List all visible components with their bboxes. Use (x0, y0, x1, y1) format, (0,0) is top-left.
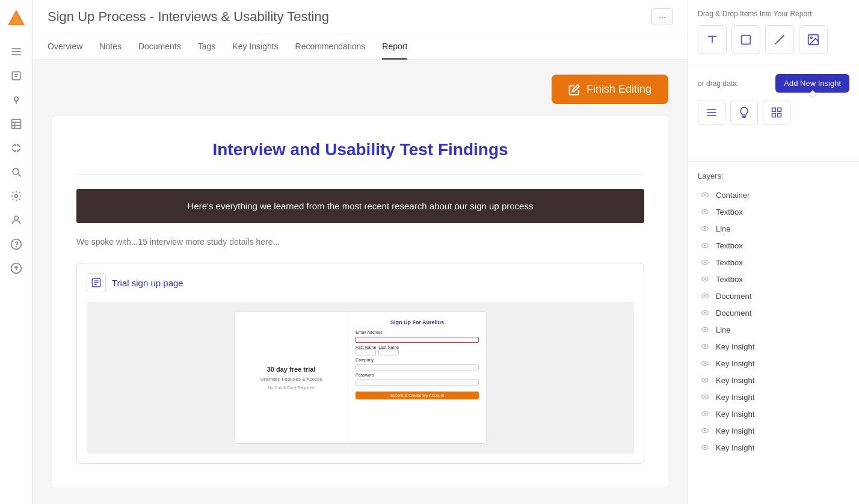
main-area: Sign Up Process - Interviews & Usability… (33, 0, 688, 504)
nav-tabs: Overview Notes Documents Tags Key Insigh… (33, 34, 688, 60)
layer-item-document-1[interactable]: Document (698, 287, 849, 304)
signup-mockup: 30 day free trial Unlimited Features & A… (234, 312, 487, 444)
layer-name-container: Container (716, 191, 750, 200)
layer-item-key-insight-7[interactable]: Key Insight (698, 439, 849, 456)
mockup-lastname-label: Last Name (378, 345, 399, 349)
tool-insight-button[interactable] (730, 100, 758, 125)
svg-rect-39 (772, 114, 776, 117)
tab-documents[interactable]: Documents (138, 34, 181, 60)
more-options-button[interactable]: ··· (651, 8, 673, 25)
header: Sign Up Process - Interviews & Usability… (33, 0, 688, 34)
sidebar-settings-icon[interactable] (5, 185, 27, 207)
mockup-firstname-field (356, 349, 376, 355)
layer-name-document-2: Document (716, 309, 751, 318)
doc-screenshot: 30 day free trial Unlimited Features & A… (87, 302, 634, 453)
svg-point-52 (704, 278, 706, 280)
layer-item-key-insight-6[interactable]: Key Insight (698, 422, 849, 439)
layer-eye-line-1 (700, 224, 710, 233)
tool-text-button[interactable] (698, 25, 727, 54)
layers-section: Layers: ContainerTextboxLineTextboxTextb… (688, 162, 859, 504)
tab-notes[interactable]: Notes (99, 34, 122, 60)
layer-name-textbox-4: Textbox (716, 275, 743, 284)
document-card: Trial sign up page 30 day free trial Unl… (76, 263, 644, 464)
mockup-firstname-label: First Name (356, 345, 376, 349)
layer-eye-textbox-4 (700, 274, 710, 284)
layer-name-textbox-2: Textbox (716, 241, 743, 250)
doc-icon (87, 273, 106, 292)
tab-key-insights[interactable]: Key Insights (232, 34, 278, 60)
drag-drop-label: Drag & Drop Items Into Your Report: (698, 10, 849, 18)
sidebar-help-icon[interactable] (5, 233, 27, 255)
finish-editing-button[interactable]: Finish Editing (552, 75, 668, 104)
layer-item-line-2[interactable]: Line (698, 321, 849, 338)
sidebar-table-icon[interactable] (5, 113, 27, 135)
tab-tags[interactable]: Tags (198, 34, 216, 60)
tool-chart-button[interactable] (763, 100, 790, 125)
layer-eye-key-insight-7 (700, 443, 710, 452)
layer-item-key-insight-5[interactable]: Key Insight (698, 405, 849, 422)
layer-eye-key-insight-4 (700, 392, 710, 402)
mockup-lastname-field (378, 349, 399, 355)
layer-item-container[interactable]: Container (698, 186, 849, 203)
layer-name-key-insight-6: Key Insight (716, 426, 754, 435)
layer-item-line-1[interactable]: Line (698, 220, 849, 237)
layer-name-key-insight-2: Key Insight (716, 359, 754, 368)
layer-item-key-insight-3[interactable]: Key Insight (698, 372, 849, 389)
layer-item-document-2[interactable]: Document (698, 304, 849, 321)
svg-point-58 (704, 329, 706, 331)
report-container: Interview and Usability Test Findings He… (52, 116, 668, 488)
mockup-password-label: Password (356, 373, 479, 377)
layer-name-key-insight-7: Key Insight (716, 443, 754, 452)
svg-point-62 (704, 363, 706, 364)
layer-item-textbox-4[interactable]: Textbox (698, 271, 849, 287)
layer-eye-textbox-1 (700, 207, 710, 217)
layer-item-key-insight-1[interactable]: Key Insight (698, 338, 849, 355)
sidebar-insights-icon[interactable] (5, 89, 27, 111)
mockup-email-label: Email Address (356, 330, 479, 334)
mockup-company-field (356, 364, 479, 370)
layer-item-key-insight-4[interactable]: Key Insight (698, 389, 849, 405)
layer-eye-key-insight-5 (700, 409, 710, 419)
sidebar-person-icon[interactable] (5, 209, 27, 231)
sidebar-notes-icon[interactable] (5, 65, 27, 87)
layer-item-textbox-1[interactable]: Textbox (698, 203, 849, 220)
layer-eye-textbox-3 (700, 257, 710, 267)
tab-overview[interactable]: Overview (48, 34, 82, 60)
tool-shape-button[interactable] (731, 25, 760, 54)
page-title: Sign Up Process - Interviews & Usability… (48, 9, 644, 25)
tool-image-button[interactable] (799, 25, 828, 54)
toolbar-row2 (698, 100, 849, 125)
app-logo[interactable] (5, 7, 27, 29)
svg-point-16 (15, 195, 18, 198)
svg-rect-40 (778, 114, 781, 117)
svg-point-14 (13, 168, 19, 174)
sidebar-export-icon[interactable] (5, 257, 27, 279)
mockup-form-title: Sign Up For Aurelius (356, 319, 479, 325)
layer-name-key-insight-1: Key Insight (716, 342, 754, 351)
left-sidebar (0, 0, 33, 504)
sidebar-search-icon[interactable] (5, 161, 27, 183)
tool-line-button[interactable] (765, 25, 794, 54)
svg-point-42 (704, 194, 706, 196)
tool-list-button[interactable] (698, 100, 725, 125)
layer-name-document-1: Document (716, 292, 751, 301)
mockup-trial-features: Unlimited Features & Access (260, 376, 322, 382)
drag-data-section: or drag data: Add New Insight (688, 64, 859, 162)
sidebar-arrows-icon[interactable] (5, 137, 27, 159)
layer-item-textbox-2[interactable]: Textbox (698, 237, 849, 254)
layer-item-textbox-3[interactable]: Textbox (698, 254, 849, 271)
svg-rect-10 (12, 120, 21, 129)
layer-name-key-insight-4: Key Insight (716, 393, 754, 402)
doc-card-header: Trial sign up page (87, 273, 634, 292)
tab-report[interactable]: Report (382, 34, 407, 60)
svg-point-64 (704, 380, 706, 381)
svg-point-66 (704, 396, 706, 398)
sidebar-menu-icon[interactable] (5, 41, 27, 63)
mockup-trial-title: 30 day free trial (267, 366, 316, 373)
drag-drop-section: Drag & Drop Items Into Your Report: (688, 0, 859, 64)
layer-item-key-insight-2[interactable]: Key Insight (698, 355, 849, 372)
tab-recommendations[interactable]: Recommendations (295, 34, 366, 60)
svg-point-60 (704, 346, 706, 348)
layer-eye-key-insight-3 (700, 375, 710, 385)
layer-eye-key-insight-1 (700, 342, 710, 351)
